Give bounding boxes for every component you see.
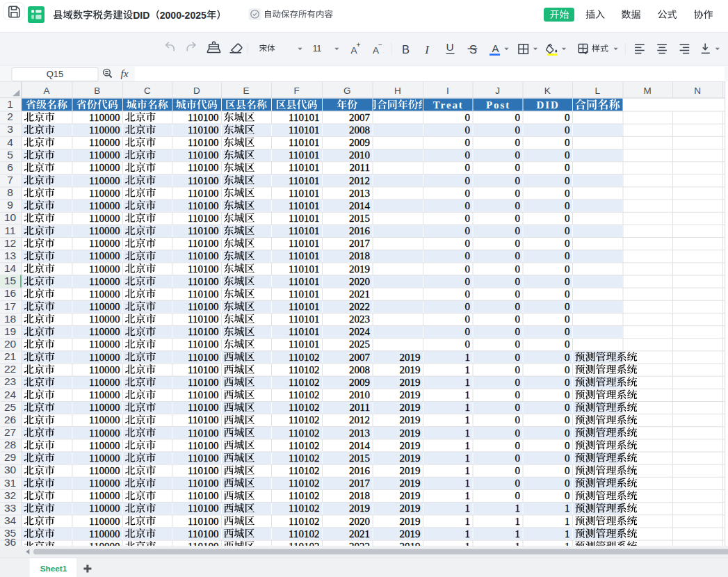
- svg-text:0: 0: [465, 263, 471, 275]
- svg-text:B: B: [94, 86, 100, 96]
- svg-text:0: 0: [515, 301, 521, 312]
- svg-text:110000: 110000: [89, 175, 120, 186]
- svg-text:110102: 110102: [289, 490, 319, 501]
- svg-text:110100: 110100: [188, 326, 218, 337]
- svg-text:110000: 110000: [89, 414, 120, 425]
- svg-text:0: 0: [515, 188, 521, 199]
- svg-text:110102: 110102: [289, 414, 319, 425]
- svg-text:0: 0: [565, 112, 570, 123]
- svg-text:110000: 110000: [89, 352, 120, 363]
- svg-text:2023: 2023: [349, 314, 370, 325]
- svg-text:110100: 110100: [188, 137, 218, 148]
- svg-text:2011: 2011: [350, 402, 370, 413]
- svg-text:110101: 110101: [289, 213, 319, 224]
- svg-text:23: 23: [4, 375, 16, 387]
- svg-text:2017: 2017: [349, 238, 371, 249]
- svg-text:110102: 110102: [289, 503, 319, 514]
- svg-text:110101: 110101: [289, 263, 319, 275]
- svg-text:6: 6: [7, 161, 13, 173]
- svg-text:0: 0: [565, 238, 570, 249]
- svg-text:0: 0: [515, 175, 521, 186]
- svg-text:110000: 110000: [89, 124, 120, 136]
- svg-text:110102: 110102: [289, 402, 319, 413]
- svg-text:0: 0: [565, 288, 570, 300]
- svg-text:0: 0: [515, 377, 521, 388]
- svg-text:0: 0: [515, 326, 521, 337]
- svg-text:Sheet1: Sheet1: [40, 564, 67, 574]
- svg-text:2020: 2020: [349, 276, 370, 287]
- svg-text:110100: 110100: [188, 402, 218, 413]
- svg-text:110000: 110000: [89, 428, 120, 439]
- svg-text:0: 0: [565, 225, 570, 236]
- svg-text:110000: 110000: [89, 149, 120, 161]
- svg-text:U: U: [446, 41, 453, 53]
- svg-text:2019: 2019: [400, 440, 421, 451]
- svg-text:17: 17: [4, 300, 16, 312]
- svg-text:E: E: [243, 86, 249, 96]
- svg-text:110100: 110100: [188, 478, 218, 489]
- svg-text:0: 0: [565, 364, 570, 375]
- svg-text:110101: 110101: [289, 288, 319, 300]
- svg-text:110100: 110100: [188, 149, 218, 161]
- svg-text:L: L: [594, 86, 600, 96]
- svg-text:0: 0: [565, 389, 570, 400]
- svg-text:28: 28: [4, 439, 16, 450]
- svg-text:8: 8: [7, 186, 13, 198]
- svg-text:110000: 110000: [89, 301, 120, 312]
- svg-text:110102: 110102: [289, 465, 319, 476]
- svg-text:0: 0: [465, 326, 471, 337]
- svg-text:32: 32: [4, 489, 16, 501]
- svg-text:0: 0: [465, 276, 471, 287]
- svg-text:110100: 110100: [188, 503, 218, 514]
- svg-text:5: 5: [7, 149, 13, 161]
- svg-text:2014: 2014: [349, 440, 371, 451]
- svg-text:33: 33: [4, 502, 16, 514]
- svg-text:110101: 110101: [289, 137, 319, 148]
- svg-text:110000: 110000: [89, 276, 120, 287]
- svg-text:0: 0: [515, 440, 521, 451]
- svg-text:25: 25: [4, 401, 16, 413]
- svg-text:B: B: [402, 43, 410, 56]
- svg-text:1: 1: [515, 503, 521, 514]
- svg-text:0: 0: [515, 314, 521, 325]
- svg-text:21: 21: [4, 350, 16, 362]
- svg-text:110100: 110100: [188, 276, 218, 287]
- svg-text:24: 24: [4, 389, 17, 400]
- svg-text:2019: 2019: [400, 478, 421, 489]
- svg-text:2000-2025: 2000-2025: [160, 10, 207, 21]
- svg-text:110100: 110100: [188, 112, 218, 123]
- svg-text:2019: 2019: [400, 428, 421, 439]
- svg-text:2017: 2017: [349, 478, 371, 489]
- svg-text:110000: 110000: [89, 516, 120, 527]
- svg-text:16: 16: [4, 287, 16, 299]
- svg-text:fx: fx: [121, 67, 129, 79]
- svg-text:9: 9: [7, 199, 13, 211]
- svg-text:15: 15: [4, 275, 16, 286]
- svg-text:20: 20: [4, 338, 17, 350]
- svg-text:1: 1: [465, 414, 471, 425]
- svg-text:2015: 2015: [349, 213, 370, 224]
- svg-text:110102: 110102: [289, 478, 319, 489]
- svg-text:2019: 2019: [400, 465, 421, 476]
- svg-text:2007: 2007: [349, 112, 371, 123]
- svg-text:0: 0: [565, 162, 570, 173]
- svg-text:A: A: [492, 42, 499, 54]
- svg-text:2007: 2007: [349, 352, 371, 363]
- svg-text:2019: 2019: [400, 453, 421, 464]
- svg-text:110102: 110102: [289, 440, 319, 451]
- svg-text:0: 0: [565, 352, 570, 363]
- svg-text:0: 0: [515, 213, 521, 224]
- svg-text:110100: 110100: [188, 213, 218, 224]
- svg-text:110100: 110100: [188, 428, 218, 439]
- svg-text:110000: 110000: [89, 137, 120, 148]
- svg-text:110101: 110101: [289, 314, 319, 325]
- svg-text:0: 0: [565, 149, 570, 161]
- svg-text:4: 4: [7, 136, 13, 148]
- svg-text:0: 0: [515, 478, 521, 489]
- svg-text:2025: 2025: [349, 339, 370, 350]
- svg-text:0: 0: [565, 301, 570, 312]
- svg-text:110101: 110101: [289, 339, 319, 350]
- svg-text:110102: 110102: [289, 389, 319, 400]
- svg-text:110102: 110102: [289, 453, 319, 464]
- svg-text:1: 1: [7, 98, 13, 110]
